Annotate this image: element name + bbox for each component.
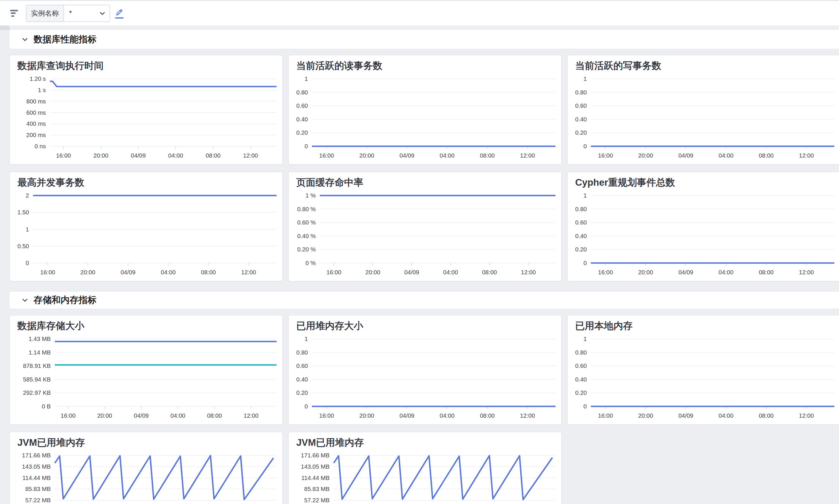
section-header-storage-memory[interactable]: 存储和内存指标 bbox=[10, 292, 839, 308]
svg-text:0.40: 0.40 bbox=[575, 233, 587, 239]
scroll-corner bbox=[0, 25, 10, 30]
svg-text:0.40: 0.40 bbox=[575, 376, 587, 383]
filter-toolbar: 实例名称 * bbox=[0, 1, 839, 25]
svg-text:20:00: 20:00 bbox=[638, 152, 653, 159]
svg-text:0.50: 0.50 bbox=[17, 243, 29, 249]
svg-text:1 %: 1 % bbox=[305, 192, 316, 199]
svg-text:800 ms: 800 ms bbox=[27, 98, 46, 105]
svg-text:16:00: 16:00 bbox=[40, 269, 55, 275]
svg-text:04:00: 04:00 bbox=[168, 152, 183, 159]
svg-text:08:00: 08:00 bbox=[482, 269, 497, 275]
svg-text:0.20: 0.20 bbox=[296, 389, 308, 396]
pencil-icon bbox=[115, 8, 123, 17]
svg-text:0.80: 0.80 bbox=[575, 206, 587, 212]
svg-text:12:00: 12:00 bbox=[799, 412, 814, 419]
chart-title: 页面缓存命中率 bbox=[296, 176, 363, 189]
svg-text:12:00: 12:00 bbox=[799, 269, 814, 275]
section-header-db-performance[interactable]: 数据库性能指标 bbox=[10, 30, 839, 49]
instance-name-label: 实例名称 bbox=[27, 5, 64, 21]
svg-text:16:00: 16:00 bbox=[598, 152, 613, 159]
svg-text:04/09: 04/09 bbox=[678, 269, 693, 275]
svg-text:600 ms: 600 ms bbox=[27, 109, 46, 116]
section-title: 存储和内存指标 bbox=[34, 294, 97, 306]
filter-icon[interactable] bbox=[10, 9, 19, 18]
edit-filter-button[interactable] bbox=[115, 8, 123, 19]
svg-text:0: 0 bbox=[583, 259, 587, 266]
section-title: 数据库性能指标 bbox=[34, 33, 97, 46]
chart-row-3: 数据库存储大小 1.43 MB1.14 MB878.91 KB585.94 KB… bbox=[10, 315, 839, 425]
svg-text:0.60: 0.60 bbox=[296, 362, 308, 369]
svg-text:1: 1 bbox=[583, 192, 587, 199]
svg-text:85.83 MB: 85.83 MB bbox=[25, 485, 51, 492]
chart-panel-active-read-transactions: 当前活跃的读事务数 10.800.600.400.20016:0020:0004… bbox=[289, 55, 562, 164]
chart-panel-peak-concurrent-transactions: 最高并发事务数 21.5010.50016:0020:0004/0904:000… bbox=[10, 172, 283, 281]
chart-panel-query-execution-time: 数据库查询执行时间 1.20 s1 s800 ms600 ms400 ms200… bbox=[10, 55, 283, 164]
chart-title: 数据库存储大小 bbox=[17, 320, 84, 332]
svg-text:0 %: 0 % bbox=[305, 259, 316, 266]
svg-text:0.80 %: 0.80 % bbox=[297, 206, 316, 212]
chart-title: 当前活跃的写事务数 bbox=[575, 59, 661, 72]
svg-text:20:00: 20:00 bbox=[359, 152, 374, 159]
chart-title: 当前活跃的读事务数 bbox=[296, 59, 382, 72]
svg-text:1: 1 bbox=[305, 336, 308, 342]
dashboard-content: 数据库性能指标 数据库查询执行时间 1.20 s1 s800 ms600 ms4… bbox=[0, 30, 839, 504]
svg-text:57.22 MB: 57.22 MB bbox=[304, 497, 330, 503]
svg-text:16:00: 16:00 bbox=[327, 269, 341, 275]
svg-text:12:00: 12:00 bbox=[241, 269, 256, 275]
svg-text:1: 1 bbox=[583, 75, 587, 82]
svg-text:0 ns: 0 ns bbox=[35, 143, 46, 149]
svg-text:0.40 %: 0.40 % bbox=[297, 233, 316, 239]
chart-panel-active-write-transactions: 当前活跃的写事务数 10.800.600.400.20016:0020:0004… bbox=[567, 55, 839, 164]
chart-panel-used-native-memory: 已用本地内存 10.800.600.400.20016:0020:0004/09… bbox=[567, 315, 839, 425]
svg-text:200 ms: 200 ms bbox=[27, 131, 46, 138]
svg-text:08:00: 08:00 bbox=[759, 269, 773, 275]
svg-text:878.91 KB: 878.91 KB bbox=[23, 362, 51, 369]
svg-text:0.60: 0.60 bbox=[575, 219, 587, 226]
svg-text:0.40: 0.40 bbox=[296, 376, 308, 383]
svg-text:16:00: 16:00 bbox=[60, 412, 75, 419]
svg-text:04:00: 04:00 bbox=[719, 152, 733, 159]
svg-text:08:00: 08:00 bbox=[480, 412, 494, 419]
svg-text:08:00: 08:00 bbox=[759, 152, 773, 159]
svg-text:1.43 MB: 1.43 MB bbox=[29, 336, 51, 342]
svg-text:04:00: 04:00 bbox=[719, 412, 733, 419]
chevron-down-icon bbox=[99, 10, 106, 17]
svg-text:1.50: 1.50 bbox=[17, 209, 29, 216]
svg-text:0: 0 bbox=[26, 259, 29, 266]
svg-text:08:00: 08:00 bbox=[759, 412, 773, 419]
instance-name-select[interactable]: * bbox=[64, 5, 109, 21]
chart-title: Cypher重规划事件总数 bbox=[575, 176, 675, 189]
svg-text:08:00: 08:00 bbox=[206, 152, 220, 159]
svg-text:0.80: 0.80 bbox=[296, 349, 308, 356]
svg-text:171.66 MB: 171.66 MB bbox=[22, 452, 51, 458]
svg-text:0.60: 0.60 bbox=[296, 102, 308, 109]
svg-text:1 s: 1 s bbox=[38, 87, 46, 93]
svg-text:400 ms: 400 ms bbox=[27, 120, 46, 127]
chevron-down-icon bbox=[21, 36, 29, 43]
svg-text:04:00: 04:00 bbox=[443, 269, 458, 275]
svg-text:0.20: 0.20 bbox=[575, 129, 587, 136]
svg-text:20:00: 20:00 bbox=[359, 412, 374, 419]
svg-text:04:00: 04:00 bbox=[719, 269, 733, 275]
svg-text:12:00: 12:00 bbox=[520, 412, 535, 419]
svg-text:08:00: 08:00 bbox=[201, 269, 216, 275]
svg-text:12:00: 12:00 bbox=[520, 152, 535, 159]
svg-text:0.40: 0.40 bbox=[575, 116, 587, 123]
svg-text:04/09: 04/09 bbox=[404, 269, 419, 275]
svg-text:20:00: 20:00 bbox=[97, 412, 112, 419]
svg-text:85.83 MB: 85.83 MB bbox=[304, 485, 330, 492]
svg-text:0.80: 0.80 bbox=[575, 89, 587, 95]
svg-text:114.44 MB: 114.44 MB bbox=[301, 474, 330, 481]
chart-title: 已用本地内存 bbox=[575, 320, 633, 332]
chevron-down-icon bbox=[21, 296, 29, 304]
svg-text:16:00: 16:00 bbox=[598, 269, 613, 275]
svg-text:04:00: 04:00 bbox=[440, 412, 455, 419]
chart-panel-jvm-heap-used-1: JVM已用堆内存 171.66 MB143.05 MB114.44 MB85.8… bbox=[10, 432, 283, 504]
svg-text:0.40: 0.40 bbox=[296, 116, 308, 123]
svg-text:0.80: 0.80 bbox=[575, 349, 587, 356]
svg-text:0.60 %: 0.60 % bbox=[297, 219, 316, 226]
svg-text:0.20: 0.20 bbox=[296, 129, 308, 136]
svg-text:2: 2 bbox=[26, 192, 29, 199]
instance-name-value: * bbox=[69, 9, 72, 18]
svg-text:04/09: 04/09 bbox=[121, 269, 135, 275]
